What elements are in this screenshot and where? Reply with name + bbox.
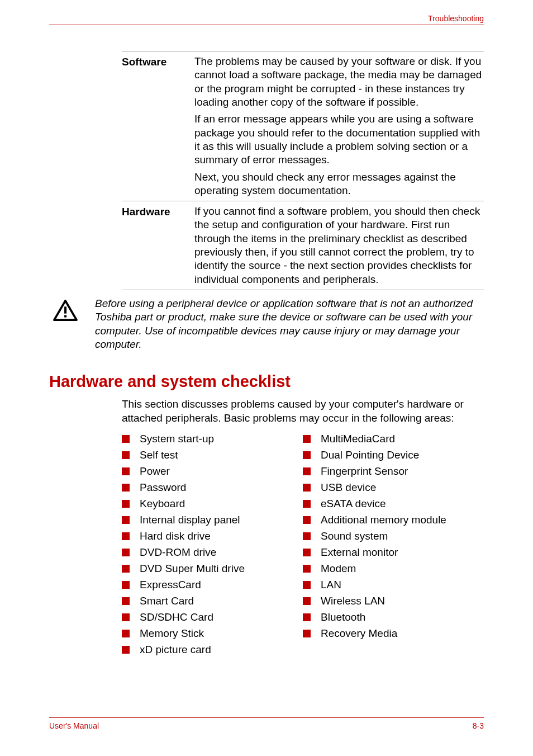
troubleshoot-table: Software The problems may be caused by y… <box>122 51 484 290</box>
list-item-label: Keyboard <box>140 498 185 510</box>
bullet-icon <box>122 500 130 508</box>
bullet-icon <box>122 532 130 540</box>
caution-block: Before using a peripheral device or appl… <box>49 297 484 351</box>
list-item: Sound system <box>303 530 484 542</box>
table-row: Hardware If you cannot find a software p… <box>122 201 484 290</box>
list-item-label: Hard disk drive <box>140 530 211 542</box>
list-item: SD/SDHC Card <box>122 611 303 623</box>
list-item: System start-up <box>122 433 303 445</box>
row-label-software: Software <box>122 55 194 197</box>
list-item-label: ExpressCard <box>140 579 201 591</box>
list-item: Internal display panel <box>122 514 303 526</box>
list-item-label: Password <box>140 481 186 494</box>
list-item-label: Power <box>140 465 170 478</box>
list-item: Keyboard <box>122 498 303 510</box>
row-body-hardware: If you cannot find a software problem, y… <box>194 205 484 286</box>
list-item: Smart Card <box>122 595 303 607</box>
bullet-icon <box>122 484 130 492</box>
list-item-label: Dual Pointing Device <box>321 449 419 461</box>
table-row: Software The problems may be caused by y… <box>122 51 484 201</box>
caution-icon <box>49 297 78 324</box>
bullet-icon <box>303 597 311 605</box>
list-item-label: Sound system <box>321 530 388 542</box>
bullet-icon <box>303 451 311 459</box>
list-item: Modem <box>303 563 484 575</box>
list-item-label: SD/SDHC Card <box>140 611 213 623</box>
list-item-label: MultiMediaCard <box>321 433 395 445</box>
list-item: Fingerprint Sensor <box>303 465 484 478</box>
list-item: DVD Super Multi drive <box>122 563 303 575</box>
bullet-icon <box>303 613 311 621</box>
list-item-label: System start-up <box>140 433 214 445</box>
paragraph: If you cannot find a software problem, y… <box>194 205 484 286</box>
list-item-label: Internal display panel <box>140 514 240 526</box>
svg-rect-1 <box>64 315 66 318</box>
bullet-icon <box>303 581 311 589</box>
list-item: xD picture card <box>122 644 303 656</box>
section-intro: This section discusses problems caused b… <box>122 398 484 425</box>
list-item-label: Additional memory module <box>321 514 446 526</box>
row-body-software: The problems may be caused by your softw… <box>194 55 484 197</box>
list-item-label: Recovery Media <box>321 627 397 640</box>
header-section-title: Troubleshooting <box>428 14 484 23</box>
bullet-icon <box>122 549 130 556</box>
bullet-icon <box>303 630 311 637</box>
list-item: Wireless LAN <box>303 595 484 607</box>
bullet-icon <box>303 516 311 524</box>
list-item-label: DVD Super Multi drive <box>140 563 245 575</box>
svg-rect-0 <box>64 306 66 313</box>
list-item: Memory Stick <box>122 627 303 640</box>
list-item: LAN <box>303 579 484 591</box>
bullet-icon <box>122 467 130 475</box>
bullet-icon <box>303 467 311 475</box>
bullet-icon <box>122 435 130 443</box>
list-item-label: USB device <box>321 481 376 494</box>
checklist-right-column: MultiMediaCardDual Pointing DeviceFinger… <box>303 433 484 660</box>
list-item-label: LAN <box>321 579 341 591</box>
footer-right: 8-3 <box>473 721 484 730</box>
list-item-label: Wireless LAN <box>321 595 385 607</box>
bullet-icon <box>122 597 130 605</box>
header-rule: Troubleshooting <box>49 25 484 25</box>
list-item: Self test <box>122 449 303 461</box>
bullet-icon <box>122 516 130 524</box>
list-item-label: xD picture card <box>140 644 211 656</box>
list-item: eSATA device <box>303 498 484 510</box>
list-item: Recovery Media <box>303 627 484 640</box>
list-item: Password <box>122 481 303 494</box>
caution-text: Before using a peripheral device or appl… <box>78 297 484 351</box>
list-item-label: Smart Card <box>140 595 194 607</box>
list-item-label: Modem <box>321 563 356 575</box>
list-item: Bluetooth <box>303 611 484 623</box>
bullet-icon <box>122 646 130 654</box>
bullet-icon <box>122 451 130 459</box>
list-item-label: DVD-ROM drive <box>140 546 216 559</box>
bullet-icon <box>303 565 311 573</box>
list-item: USB device <box>303 481 484 494</box>
row-label-hardware: Hardware <box>122 205 194 286</box>
bullet-icon <box>303 532 311 540</box>
bullet-icon <box>303 549 311 556</box>
list-item: External monitor <box>303 546 484 559</box>
bullet-icon <box>303 435 311 443</box>
paragraph: Next, you should check any error message… <box>194 171 484 198</box>
list-item: DVD-ROM drive <box>122 546 303 559</box>
list-item-label: Self test <box>140 449 178 461</box>
footer: User's Manual 8-3 <box>49 717 484 730</box>
list-item: Additional memory module <box>303 514 484 526</box>
list-item-label: Memory Stick <box>140 627 204 640</box>
footer-left: User's Manual <box>49 721 99 730</box>
list-item: ExpressCard <box>122 579 303 591</box>
list-item: Hard disk drive <box>122 530 303 542</box>
checklist-left-column: System start-upSelf testPowerPasswordKey… <box>122 433 303 660</box>
list-item: Power <box>122 465 303 478</box>
list-item: MultiMediaCard <box>303 433 484 445</box>
checklist-columns: System start-upSelf testPowerPasswordKey… <box>122 433 484 660</box>
list-item-label: Fingerprint Sensor <box>321 465 408 478</box>
bullet-icon <box>122 630 130 637</box>
paragraph: The problems may be caused by your softw… <box>194 55 484 109</box>
bullet-icon <box>122 581 130 589</box>
bullet-icon <box>122 613 130 621</box>
bullet-icon <box>303 500 311 508</box>
list-item-label: eSATA device <box>321 498 386 510</box>
